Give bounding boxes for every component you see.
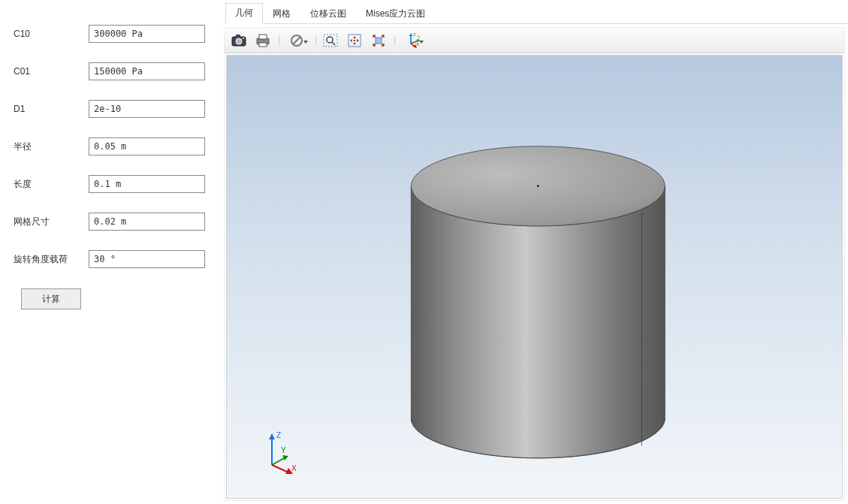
radius-field[interactable] — [89, 137, 205, 155]
cancel-icon — [290, 34, 303, 47]
field-label: 长度 — [14, 178, 89, 191]
field-label: 旋转角度载荷 — [14, 253, 89, 266]
svg-rect-6 — [259, 43, 267, 47]
zoom-box-icon — [323, 34, 338, 47]
toolbar-separator — [279, 32, 279, 50]
svg-rect-5 — [259, 35, 267, 39]
svg-point-7 — [267, 39, 268, 41]
form-row: 半径 — [14, 128, 215, 165]
geometry-viewport[interactable]: Z Y X — [226, 55, 843, 499]
viewer-panel: 几何 网格 位移云图 Mises应力云图 — [224, 0, 848, 504]
app-root: C10 C01 D1 半径 长度 网格尺寸 旋转角度载荷 计算 — [0, 0, 848, 504]
print-button[interactable] — [252, 30, 274, 51]
triad-x-label: X — [291, 464, 297, 472]
pan-icon — [347, 33, 362, 48]
fit-view-button[interactable] — [367, 30, 390, 51]
rotation-load-field[interactable] — [89, 250, 205, 268]
svg-point-2 — [236, 38, 242, 44]
svg-marker-17 — [409, 33, 412, 36]
button-row: 计算 — [14, 288, 215, 309]
tab-geometry[interactable]: 几何 — [225, 3, 263, 24]
field-label: D1 — [14, 104, 89, 114]
svg-text:Z: Z — [413, 33, 416, 37]
svg-rect-15 — [376, 38, 382, 44]
svg-point-11 — [327, 37, 333, 43]
form-row: D1 — [14, 90, 215, 128]
orientation-triad: Z Y X — [258, 430, 303, 475]
svg-point-27 — [537, 185, 539, 187]
svg-rect-1 — [236, 35, 240, 38]
svg-line-9 — [293, 37, 300, 44]
toolbar-separator — [315, 32, 316, 50]
camera-icon — [231, 34, 246, 47]
svg-text:X: X — [416, 42, 419, 47]
fit-view-icon — [371, 33, 386, 48]
form-row: C10 — [14, 15, 215, 53]
form-row: 旋转角度载荷 — [14, 240, 215, 278]
svg-line-32 — [272, 465, 288, 472]
compute-button[interactable]: 计算 — [21, 288, 81, 309]
tab-mises[interactable]: Mises应力云图 — [356, 4, 435, 24]
field-label: 网格尺寸 — [14, 216, 89, 228]
form-row: 网格尺寸 — [14, 203, 215, 240]
parameter-form: C10 C01 D1 半径 长度 网格尺寸 旋转角度载荷 计算 — [0, 0, 224, 504]
svg-line-12 — [332, 42, 335, 45]
tab-displacement[interactable]: 位移云图 — [300, 4, 356, 24]
svg-text:Y: Y — [418, 35, 420, 39]
axes-icon: Z Y X — [405, 33, 420, 48]
svg-line-30 — [272, 457, 285, 465]
c10-field[interactable] — [89, 25, 205, 43]
field-label: 半径 — [14, 140, 89, 153]
d1-field[interactable] — [89, 100, 205, 118]
cancel-button[interactable] — [282, 30, 311, 51]
form-row: 长度 — [14, 165, 215, 203]
printer-icon — [255, 34, 270, 47]
mesh-size-field[interactable] — [89, 213, 205, 231]
pan-button[interactable] — [343, 30, 366, 51]
field-label: C01 — [14, 66, 89, 77]
tab-mesh[interactable]: 网格 — [263, 4, 300, 24]
orientation-button[interactable]: Z Y X — [398, 30, 427, 51]
svg-point-3 — [243, 38, 244, 39]
viewer-frame: Z Y X — [224, 27, 845, 501]
length-field[interactable] — [89, 175, 205, 193]
triad-y-label: Y — [281, 446, 286, 454]
cylinder-geometry — [227, 56, 842, 498]
snapshot-button[interactable] — [228, 30, 250, 51]
zoom-box-button[interactable] — [319, 30, 342, 51]
form-row: C01 — [14, 53, 215, 90]
tab-bar: 几何 网格 位移云图 Mises应力云图 — [224, 6, 848, 24]
viewer-toolbar: Z Y X — [225, 28, 844, 53]
svg-point-14 — [354, 39, 355, 41]
svg-marker-29 — [269, 433, 275, 439]
c01-field[interactable] — [89, 62, 205, 80]
field-label: C10 — [14, 29, 89, 39]
triad-z-label: Z — [276, 431, 281, 439]
toolbar-separator — [394, 32, 395, 50]
